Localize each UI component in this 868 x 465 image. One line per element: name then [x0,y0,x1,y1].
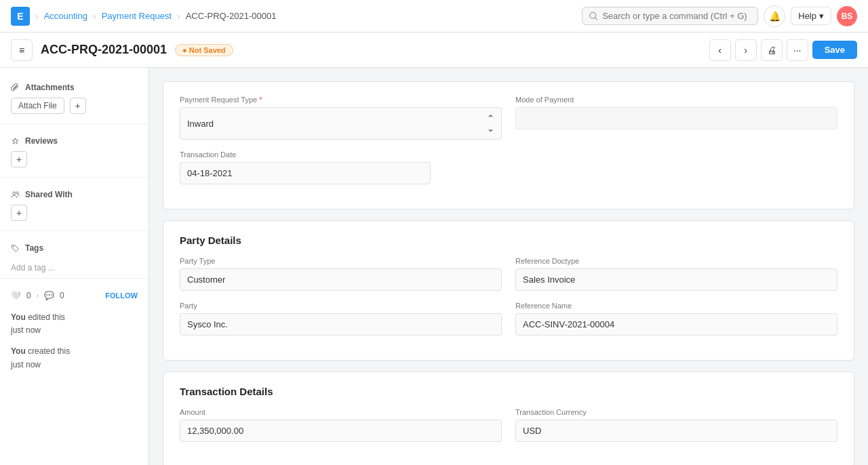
header-actions: ‹ › 🖨 ··· Save [709,39,857,61]
transaction-currency-label: Transaction Currency [515,408,837,416]
tags-section: Tags [0,237,149,262]
main-content: Payment Request Type * Inward ⌃⌄ Mode of… [149,68,868,465]
print-button[interactable]: 🖨 [761,39,783,61]
select-chevron-icon: ⌃⌄ [487,113,494,134]
transaction-date-label: Transaction Date [180,150,431,159]
star-icon [11,137,20,146]
divider-4 [0,278,149,279]
divider-3 [0,230,149,231]
party-input[interactable] [180,313,502,336]
next-button[interactable]: › [735,39,757,61]
attach-add-button[interactable]: + [70,98,86,114]
party-type-row: Party Type Reference Doctype [180,257,837,291]
svg-line-1 [595,18,597,20]
party-label: Party [180,302,502,310]
reference-name-label: Reference Name [515,302,837,310]
party-row: Party Reference Name [180,302,837,336]
follow-row: 🤍 0 · 💬 0 FOLLOW [0,284,149,307]
save-button[interactable]: Save [812,41,857,59]
page-title: ACC-PRQ-2021-00001 [41,43,167,57]
more-options-button[interactable]: ··· [787,39,808,61]
activity-row-1: You edited this just now [0,307,149,341]
breadcrumb-accounting[interactable]: Accounting [44,11,87,21]
transaction-details-card: Transaction Details Amount Transaction C… [163,371,854,465]
notifications-bell[interactable]: 🔔 [764,5,785,27]
add-tag-button[interactable]: Add a tag ... [0,263,66,272]
tag-icon [11,244,20,253]
breadcrumb-sep-2: › [93,11,96,22]
help-button[interactable]: Help ▾ [791,7,831,25]
comments-count: 0 [60,291,64,300]
reference-doctype-group: Reference Doctype [515,257,837,291]
party-type-input[interactable] [180,268,502,291]
activity-row-2: You created this just now [0,341,149,375]
prev-button[interactable]: ‹ [709,39,731,61]
reviews-section: Reviews + [0,129,149,171]
users-icon [11,190,20,199]
divider-2 [0,177,149,178]
reference-name-group: Reference Name [515,302,837,336]
payment-request-type-label: Payment Request Type * [180,96,502,104]
transaction-date-input[interactable] [180,162,431,184]
attachments-title: Attachments [11,83,138,92]
mode-of-payment-group: Mode of Payment [515,96,837,140]
breadcrumb-current: ACC-PRQ-2021-00001 [186,11,277,21]
transaction-date-row: Transaction Date [180,150,837,184]
shared-with-title: Shared With [11,190,138,199]
payment-request-type-group: Payment Request Type * Inward ⌃⌄ [180,96,502,140]
app-logo[interactable]: E [11,7,30,26]
breadcrumb-sep-1: › [35,11,39,22]
follow-button[interactable]: FOLLOW [105,291,138,300]
breadcrumb-sep-3: › [177,11,180,22]
svg-point-2 [13,192,16,195]
party-details-card: Party Details Party Type Reference Docty… [163,220,854,361]
transaction-details-title: Transaction Details [180,386,837,397]
reviews-add-button[interactable]: + [11,151,27,167]
search-icon [589,12,598,21]
attach-file-button[interactable]: Attach File [11,98,64,114]
dot-sep: · [37,291,39,300]
transaction-currency-group: Transaction Currency [515,408,837,442]
amount-row: Amount Transaction Currency [180,408,837,442]
paperclip-icon [11,83,20,92]
payment-request-card: Payment Request Type * Inward ⌃⌄ Mode of… [163,81,854,209]
search-bar[interactable] [582,7,758,25]
layout: Attachments Attach File + Reviews + [0,68,868,465]
party-type-label: Party Type [180,257,502,265]
amount-label: Amount [180,408,502,416]
top-nav: E › Accounting › Payment Request › ACC-P… [0,0,868,33]
reviews-title: Reviews [11,136,138,146]
breadcrumb-payment-request[interactable]: Payment Request [102,11,172,21]
comment-icon[interactable]: 💬 [44,291,54,300]
payment-type-row: Payment Request Type * Inward ⌃⌄ Mode of… [180,96,837,140]
attach-file-row: Attach File + [11,98,138,114]
reference-doctype-label: Reference Doctype [515,257,837,265]
mode-of-payment-input[interactable] [515,107,837,129]
mode-of-payment-label: Mode of Payment [515,96,837,104]
search-input[interactable] [602,11,751,21]
menu-toggle-button[interactable]: ≡ [11,39,33,61]
transaction-currency-input[interactable] [515,420,837,442]
sub-header: ≡ ACC-PRQ-2021-00001 ● Not Saved ‹ › 🖨 ·… [0,33,868,68]
payment-request-type-select[interactable]: Inward ⌃⌄ [180,107,502,140]
like-icon[interactable]: 🤍 [11,291,21,300]
svg-point-3 [16,192,18,194]
party-details-title: Party Details [180,235,837,246]
party-type-group: Party Type [180,257,502,291]
svg-point-4 [13,246,14,247]
shared-with-add-button[interactable]: + [11,205,27,221]
transaction-date-group: Transaction Date [180,150,431,184]
user-avatar[interactable]: BS [837,6,857,26]
likes-count: 0 [26,291,31,300]
sidebar: Attachments Attach File + Reviews + [0,68,149,465]
help-label: Help [798,11,816,21]
party-group: Party [180,302,502,336]
tags-title: Tags [11,243,138,253]
reference-name-input[interactable] [515,313,837,336]
attachments-section: Attachments Attach File + [0,76,149,118]
divider-1 [0,123,149,124]
amount-group: Amount [180,408,502,442]
shared-with-section: Shared With + [0,183,149,225]
reference-doctype-input[interactable] [515,268,837,291]
amount-input[interactable] [180,420,502,442]
